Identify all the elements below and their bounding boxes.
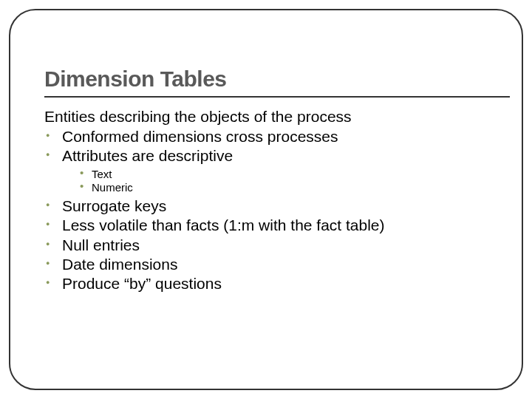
list-item: Produce “by” questions bbox=[62, 274, 510, 293]
list-item-label: Attributes are descriptive bbox=[62, 147, 233, 164]
slide-title: Dimension Tables bbox=[44, 66, 510, 92]
list-item: Date dimensions bbox=[62, 255, 510, 274]
list-item: Text bbox=[92, 168, 510, 182]
slide-content: Dimension Tables Entities describing the… bbox=[44, 66, 510, 293]
list-item: Less volatile than facts (1:m with the f… bbox=[62, 216, 510, 235]
title-underline bbox=[44, 96, 510, 98]
list-item: Conformed dimensions cross processes bbox=[62, 127, 510, 146]
list-item: Attributes are descriptive Text Numeric bbox=[62, 146, 510, 195]
list-item: Numeric bbox=[92, 181, 510, 195]
list-item: Surrogate keys bbox=[62, 197, 510, 216]
bullet-list: Conformed dimensions cross processes Att… bbox=[44, 127, 510, 293]
list-item: Null entries bbox=[62, 236, 510, 255]
intro-text: Entities describing the objects of the p… bbox=[44, 108, 510, 126]
sub-bullet-list: Text Numeric bbox=[62, 168, 510, 196]
